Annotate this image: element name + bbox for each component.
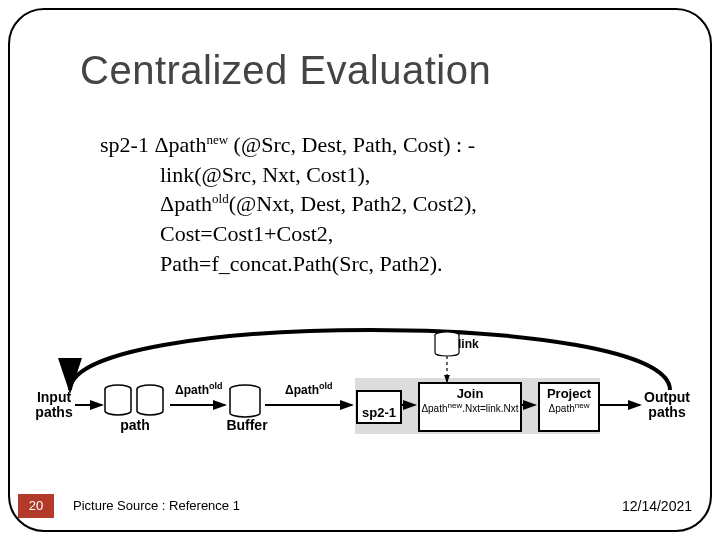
rule-line-5: Path=f_concat.Path(Src, Path2). <box>100 249 640 279</box>
path-db-label: path <box>115 418 155 433</box>
rule-line-1: sp2-1 Δpathnew (@Src, Dest, Path, Cost) … <box>100 130 640 160</box>
buffer-label: Buffer <box>225 418 269 433</box>
link-db-label: link <box>458 338 479 351</box>
rule-line-2: link(@Src, Nxt, Cost1), <box>100 160 640 190</box>
project-title: Project <box>540 384 598 401</box>
output-paths-label: Output paths <box>642 390 692 419</box>
dpath-old-text-1: Δpath <box>175 383 209 397</box>
project-sub: Δpathnew <box>540 401 598 414</box>
rule-line-3: Δpathold(@Nxt, Dest, Path2, Cost2), <box>100 189 640 219</box>
sp21-text: sp2-1 <box>358 392 400 428</box>
join-sub-new: new <box>448 401 463 410</box>
join-sub-a: Δpath <box>421 403 447 414</box>
rule-l1b: (@Src, Dest, Path, Cost) : - <box>228 132 475 157</box>
rule-l3b: (@Nxt, Dest, Path2, Cost2), <box>229 191 477 216</box>
dpath-old-text-2: Δpath <box>285 383 319 397</box>
rule-line-4: Cost=Cost1+Cost2, <box>100 219 640 249</box>
rule-sup-new-1: new <box>206 132 228 147</box>
input-paths-text: Input paths <box>35 389 72 420</box>
dpath-old-label-1: Δpathold <box>175 382 222 397</box>
page-number-badge: 20 <box>18 494 54 518</box>
project-sub-new: new <box>575 401 590 410</box>
rule-l3a: Δpath <box>160 191 212 216</box>
join-title: Join <box>420 384 520 401</box>
dpath-old-sup-2: old <box>319 381 333 391</box>
dpath-old-sup-1: old <box>209 381 223 391</box>
project-box: Project Δpathnew <box>538 382 600 432</box>
rule-block: sp2-1 Δpathnew (@Src, Dest, Path, Cost) … <box>100 130 640 278</box>
join-sub: Δpathnew.Nxt=link.Nxt <box>420 401 520 414</box>
join-box: Join Δpathnew.Nxt=link.Nxt <box>418 382 522 432</box>
dpath-old-label-2: Δpathold <box>285 382 332 397</box>
picture-source: Picture Source : Reference 1 <box>73 498 240 513</box>
sp21-box: sp2-1 <box>356 390 402 424</box>
rule-l1a: sp2-1 Δpath <box>100 132 206 157</box>
rule-sup-old-1: old <box>212 191 229 206</box>
project-sub-a: Δpath <box>549 403 575 414</box>
slide-title: Centralized Evaluation <box>80 48 491 93</box>
join-sub-b: .Nxt=link.Nxt <box>462 403 518 414</box>
input-paths-label: Input paths <box>30 390 78 419</box>
diagram: Input paths path Δpathold Buffer Δpathol… <box>30 320 690 460</box>
footer: 20 Picture Source : Reference 1 12/14/20… <box>18 494 692 522</box>
slide-date: 12/14/2021 <box>622 498 692 514</box>
output-paths-text: Output paths <box>644 389 690 420</box>
